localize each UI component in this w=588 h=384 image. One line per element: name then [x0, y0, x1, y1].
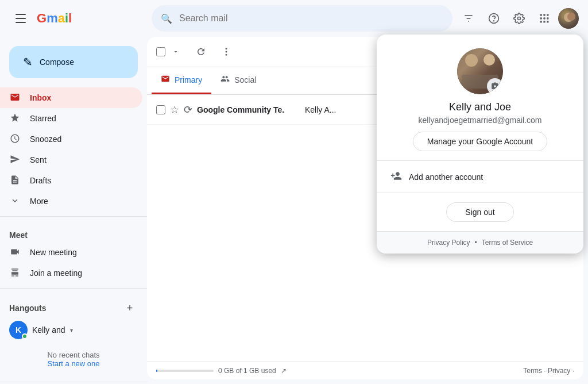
compose-button[interactable]: ✎ Compose — [9, 46, 138, 78]
sidebar-item-starred[interactable]: Starred — [0, 108, 142, 129]
gmail-m-icon: Gmail — [37, 11, 72, 26]
sidebar-item-sent[interactable]: Sent — [0, 149, 142, 170]
search-input[interactable] — [179, 13, 443, 24]
svg-rect-10 — [543, 17, 545, 19]
sidebar-item-more[interactable]: More — [0, 191, 142, 212]
drafts-icon — [9, 175, 21, 187]
email-sender: Google Community Te. — [197, 105, 300, 114]
sidebar-item-snoozed[interactable]: Snoozed — [0, 129, 142, 149]
menu-button[interactable] — [9, 7, 32, 30]
storage-progress-bar — [156, 370, 214, 372]
refresh-button[interactable] — [191, 41, 211, 62]
primary-tab-icon — [161, 74, 170, 86]
sent-icon — [9, 154, 21, 166]
star-icon[interactable]: ☆ — [170, 103, 179, 116]
nav-divider — [0, 216, 147, 217]
email-checkbox[interactable] — [156, 105, 165, 114]
join-meeting-icon — [9, 267, 21, 279]
inbox-icon — [9, 92, 21, 104]
header: Gmail 🔍 — [0, 0, 588, 37]
start-new-link[interactable]: Start a new one — [9, 359, 138, 368]
terms-of-service-link[interactable]: Terms of Service — [482, 239, 533, 247]
select-dropdown-button[interactable] — [165, 41, 186, 62]
popup-avatar — [457, 48, 503, 94]
tab-primary[interactable]: Primary — [152, 67, 211, 94]
popup-user-email: kellyandjoegetmarried@gmail.com — [419, 116, 542, 125]
meet-divider — [0, 288, 147, 289]
sidebar-item-inbox[interactable]: Inbox — [0, 87, 142, 108]
hangout-chevron-icon: ▾ — [70, 327, 73, 333]
manage-account-button[interactable]: Manage your Google Account — [413, 132, 547, 151]
svg-point-17 — [226, 54, 227, 56]
storage-bar: 0 GB of 1 GB used ↗ Terms · Privacy · — [147, 362, 583, 379]
svg-rect-8 — [547, 14, 548, 16]
email-subject-text: Kelly A... — [305, 105, 336, 114]
no-chats-container: No recent chats Start a new one — [0, 341, 147, 377]
snoozed-label: Snoozed — [30, 135, 61, 144]
compose-plus-icon: ✎ — [23, 55, 33, 69]
svg-rect-7 — [543, 14, 545, 16]
popup-header: Kelly and Joe kellyandjoegetmarried@gmai… — [377, 34, 583, 160]
more-label: More — [30, 197, 48, 206]
search-icon: 🔍 — [161, 13, 172, 24]
sidebar: ✎ Compose Inbox Starred Snoozed Se — [0, 37, 147, 384]
svg-point-15 — [226, 48, 227, 49]
sidebar-item-join-meeting[interactable]: Join a meeting — [0, 263, 142, 283]
add-account-icon — [390, 170, 402, 183]
storage-used-bar — [156, 370, 157, 372]
account-popup: Kelly and Joe kellyandjoegetmarried@gmai… — [377, 34, 583, 254]
meet-section-label: Meet — [0, 221, 147, 242]
select-all-checkbox[interactable] — [156, 47, 165, 56]
add-account-action[interactable]: Add another account — [377, 161, 583, 193]
camera-icon[interactable] — [487, 78, 503, 94]
inbox-label: Inbox — [30, 93, 51, 102]
sent-label: Sent — [30, 155, 47, 164]
apps-button[interactable] — [533, 7, 556, 30]
settings-button[interactable] — [508, 7, 531, 30]
no-chats-text: No recent chats — [9, 351, 138, 359]
tab-social[interactable]: Social — [211, 67, 265, 94]
filter-icon[interactable] — [457, 7, 480, 30]
popup-footer: Privacy Policy • Terms of Service — [377, 232, 583, 254]
svg-point-5 — [518, 17, 521, 20]
add-hangout-button[interactable]: + — [122, 300, 138, 316]
sidebar-item-drafts[interactable]: Drafts — [0, 170, 142, 191]
more-options-button[interactable] — [216, 41, 237, 62]
more-icon — [9, 195, 21, 208]
primary-tab-label: Primary — [175, 75, 202, 85]
header-left: Gmail — [9, 7, 147, 30]
starred-icon — [9, 113, 21, 125]
svg-rect-6 — [540, 14, 542, 16]
hangout-name: Kelly and — [32, 325, 65, 335]
svg-point-4 — [494, 21, 494, 21]
sidebar-bottom — [0, 382, 147, 384]
hangouts-section: Hangouts + K Kelly and ▾ No recent chats… — [0, 293, 147, 382]
popup-user-name: Kelly and Joe — [449, 101, 511, 113]
svg-rect-12 — [540, 21, 542, 22]
storage-text: 0 GB of 1 GB used — [218, 367, 276, 375]
svg-rect-11 — [547, 17, 548, 19]
social-tab-label: Social — [234, 75, 256, 85]
storage-link-icon[interactable]: ↗ — [281, 367, 287, 375]
hangouts-header: Hangouts + — [0, 298, 147, 318]
forward-icon[interactable]: ⟳ — [184, 103, 192, 116]
svg-rect-9 — [540, 17, 542, 19]
hangout-item-kelly[interactable]: K Kelly and ▾ — [0, 318, 147, 341]
sidebar-item-new-meeting[interactable]: New meeting — [0, 242, 142, 263]
join-meeting-label: Join a meeting — [30, 268, 82, 278]
drafts-label: Drafts — [30, 176, 51, 185]
terms-link[interactable]: Terms · Privacy · — [523, 367, 574, 375]
svg-rect-14 — [547, 21, 548, 22]
hangouts-label: Hangouts — [9, 304, 47, 313]
sign-out-button[interactable]: Sign out — [446, 202, 513, 222]
footer-bullet: • — [475, 239, 477, 247]
privacy-policy-link[interactable]: Privacy Policy — [427, 239, 470, 247]
svg-point-16 — [226, 51, 227, 53]
svg-rect-13 — [543, 21, 545, 22]
help-button[interactable] — [482, 7, 505, 30]
social-tab-icon — [220, 74, 230, 86]
search-bar[interactable]: 🔍 — [152, 5, 452, 32]
select-group — [156, 41, 186, 62]
gmail-logo: Gmail — [37, 11, 72, 26]
account-avatar-button[interactable] — [558, 8, 579, 29]
